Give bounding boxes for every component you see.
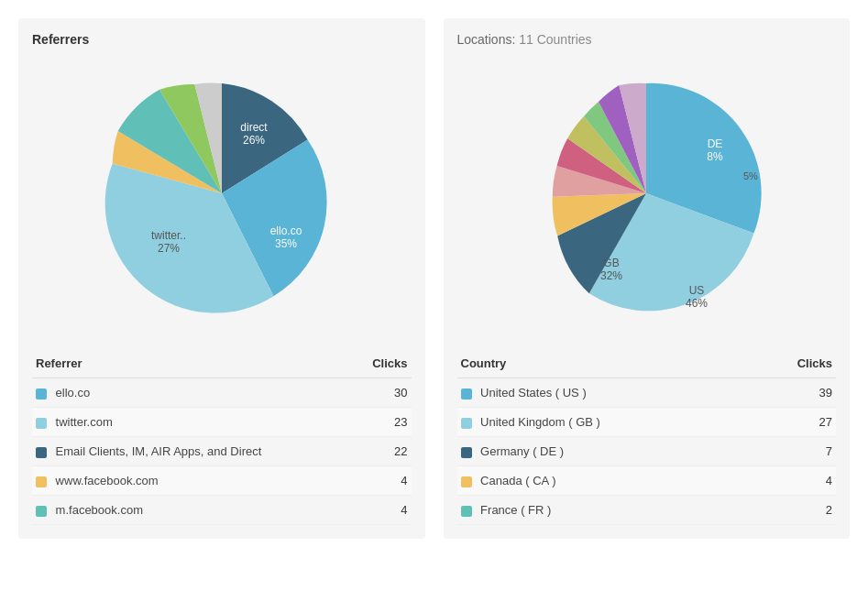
color-indicator bbox=[461, 506, 472, 517]
table-row: m.facebook.com 4 bbox=[32, 496, 412, 525]
twitter-pct: 27% bbox=[158, 242, 180, 255]
country-name: United Kingdom ( GB ) bbox=[457, 408, 752, 437]
country-clicks: 7 bbox=[751, 437, 836, 466]
gb-label: GB bbox=[604, 257, 620, 269]
referrer-clicks: 30 bbox=[353, 378, 412, 408]
color-indicator bbox=[461, 447, 472, 458]
color-indicator bbox=[461, 418, 472, 429]
referrers-chart: direct 26% ello.co 35% twitter.. 27% 5% … bbox=[32, 56, 412, 331]
country-name: France ( FR ) bbox=[457, 496, 752, 525]
color-indicator bbox=[36, 418, 47, 429]
table-row: www.facebook.com 4 bbox=[32, 466, 412, 496]
referrer-name: twitter.com bbox=[32, 408, 353, 437]
table-row: France ( FR ) 2 bbox=[457, 496, 837, 525]
color-indicator bbox=[36, 389, 47, 400]
dashboard: Referrers direct 26% bbox=[18, 18, 850, 539]
locations-col2-header: Clicks bbox=[751, 349, 836, 378]
color-indicator bbox=[461, 476, 472, 487]
locations-panel: Locations: 11 Countries bbox=[444, 18, 851, 539]
country-clicks: 27 bbox=[751, 408, 836, 437]
locations-col1-header: Country bbox=[457, 349, 752, 378]
country-clicks: 2 bbox=[751, 496, 836, 525]
country-clicks: 4 bbox=[751, 466, 836, 496]
locations-chart: US 46% GB 32% DE 8% 5% bbox=[457, 56, 837, 331]
table-row: Email Clients, IM, AIR Apps, and Direct … bbox=[32, 437, 412, 466]
referrer-name: ello.co bbox=[32, 378, 353, 408]
svg-text:5%: 5% bbox=[743, 170, 758, 181]
color-indicator bbox=[461, 389, 472, 400]
ello-pct: 35% bbox=[275, 237, 297, 250]
referrer-clicks: 22 bbox=[353, 437, 412, 466]
locations-title: Locations: 11 Countries bbox=[457, 32, 837, 47]
de-pct: 8% bbox=[708, 150, 724, 163]
referrers-table-section: Referrer Clicks ello.co 30 twitter.com 2… bbox=[32, 349, 412, 525]
referrer-name: m.facebook.com bbox=[32, 496, 353, 525]
country-clicks: 39 bbox=[751, 378, 836, 408]
direct-pct: 26% bbox=[243, 134, 265, 147]
referrer-name: www.facebook.com bbox=[32, 466, 353, 496]
direct-label: direct bbox=[240, 121, 268, 134]
referrer-clicks: 23 bbox=[353, 408, 412, 437]
referrers-col2-header: Clicks bbox=[353, 349, 412, 378]
referrers-panel: Referrers direct 26% bbox=[18, 18, 425, 539]
us-pct: 46% bbox=[686, 297, 708, 310]
color-indicator bbox=[36, 476, 47, 487]
locations-pie: US 46% GB 32% DE 8% 5% bbox=[518, 65, 775, 322]
referrers-title: Referrers bbox=[32, 32, 412, 47]
ello-label: ello.co bbox=[269, 224, 302, 237]
table-row: United States ( US ) 39 bbox=[457, 378, 837, 408]
de-label: DE bbox=[708, 137, 723, 150]
table-row: twitter.com 23 bbox=[32, 408, 412, 437]
table-row: Canada ( CA ) 4 bbox=[457, 466, 837, 496]
referrers-col1-header: Referrer bbox=[32, 349, 353, 378]
us-label: US bbox=[689, 284, 705, 297]
country-name: Canada ( CA ) bbox=[457, 466, 752, 496]
table-row: Germany ( DE ) 7 bbox=[457, 437, 837, 466]
color-indicator bbox=[36, 447, 47, 458]
country-name: United States ( US ) bbox=[457, 378, 752, 408]
referrers-pie: direct 26% ello.co 35% twitter.. 27% 5% … bbox=[93, 65, 350, 322]
referrer-clicks: 4 bbox=[353, 496, 412, 525]
locations-table-section: Country Clicks United States ( US ) 39 U… bbox=[457, 349, 837, 525]
table-row: ello.co 30 bbox=[32, 378, 412, 408]
referrer-clicks: 4 bbox=[353, 466, 412, 496]
gb-pct: 32% bbox=[600, 269, 622, 282]
twitter-label: twitter.. bbox=[151, 229, 186, 242]
color-indicator bbox=[36, 506, 47, 517]
table-row: United Kingdom ( GB ) 27 bbox=[457, 408, 837, 437]
locations-table: Country Clicks United States ( US ) 39 U… bbox=[457, 349, 837, 525]
country-name: Germany ( DE ) bbox=[457, 437, 752, 466]
referrer-name: Email Clients, IM, AIR Apps, and Direct bbox=[32, 437, 353, 466]
referrers-table: Referrer Clicks ello.co 30 twitter.com 2… bbox=[32, 349, 412, 525]
